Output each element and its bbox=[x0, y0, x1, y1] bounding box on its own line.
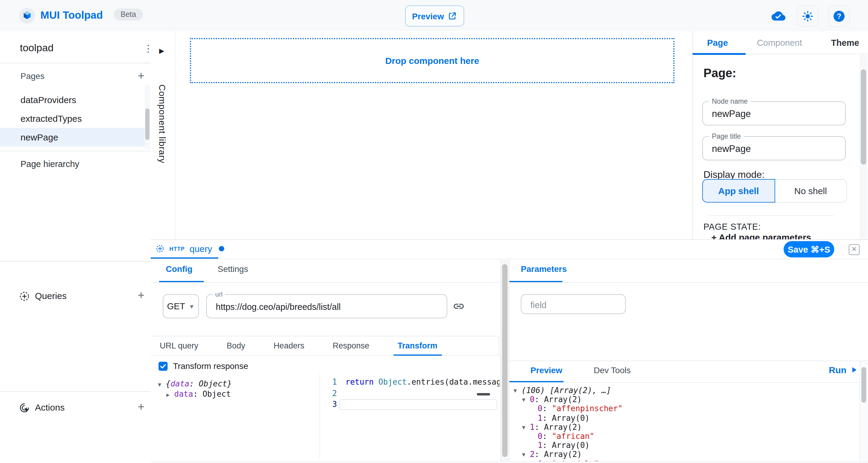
tab-theme[interactable]: Theme bbox=[831, 38, 859, 47]
method-value: GET bbox=[167, 302, 185, 311]
triangle-down-icon[interactable]: ▼ bbox=[158, 380, 166, 390]
mui-logo-icon bbox=[19, 7, 36, 24]
url-input[interactable] bbox=[215, 295, 443, 319]
tree-row[interactable]: 0: "african" bbox=[509, 432, 860, 441]
drop-zone-hint: Drop component here bbox=[385, 56, 479, 66]
drop-zone[interactable]: Drop component here bbox=[190, 38, 675, 83]
transform-response-label: Transform response bbox=[173, 361, 248, 371]
tree-row[interactable]: 0: "affenpinscher" bbox=[509, 404, 860, 413]
tree-row[interactable]: ▼2: Array(2) bbox=[509, 450, 860, 459]
display-mode-no-shell[interactable]: No shell bbox=[775, 179, 847, 203]
tree-row[interactable]: ▼1: Array(2) bbox=[509, 423, 860, 432]
result-tree: ▼(106) [Array(2), …] ▼0: Array(2) 0: "af… bbox=[509, 386, 860, 463]
bottom-edge bbox=[151, 461, 868, 463]
preview-button[interactable]: Preview bbox=[405, 5, 464, 27]
node-name-input[interactable] bbox=[711, 102, 834, 126]
page-heading: Page: bbox=[704, 66, 736, 80]
current-line-highlight bbox=[339, 399, 497, 410]
sidebar-scrollbar-thumb[interactable] bbox=[145, 109, 150, 140]
project-name: toolpad bbox=[20, 42, 54, 54]
external-link-icon bbox=[448, 11, 457, 21]
tab-headers[interactable]: Headers bbox=[274, 336, 304, 355]
checked-checkbox[interactable] bbox=[158, 362, 167, 370]
triangle-down-icon[interactable]: ▼ bbox=[522, 423, 530, 432]
triangle-right-icon[interactable]: ▶ bbox=[166, 390, 174, 400]
triangle-down-icon[interactable]: ▼ bbox=[522, 451, 530, 460]
inspector-scrollbar-thumb[interactable] bbox=[861, 69, 866, 164]
tab-url-query[interactable]: URL query bbox=[160, 336, 198, 355]
actions-icon bbox=[19, 402, 30, 413]
component-library-label: Component library bbox=[157, 84, 167, 163]
url-field[interactable]: url bbox=[206, 294, 447, 318]
method-select[interactable]: GET ▼ bbox=[163, 294, 199, 318]
tab-parameters[interactable]: Parameters bbox=[521, 264, 567, 274]
run-button[interactable]: Run bbox=[829, 365, 858, 375]
page-state-label: PAGE STATE: bbox=[704, 222, 761, 232]
page-title-field[interactable]: Page title bbox=[702, 136, 846, 160]
app-header: MUI Toolpad Beta Preview bbox=[0, 0, 868, 32]
tree-row[interactable]: 1: Array(0) bbox=[509, 441, 860, 450]
tab-page[interactable]: Page bbox=[707, 38, 728, 47]
expand-arrow-icon[interactable]: ▶ bbox=[159, 47, 164, 55]
tree-row[interactable]: ▼(106) [Array(2), …] bbox=[509, 386, 860, 395]
transform-response-row: Transform response bbox=[158, 361, 248, 371]
help-button[interactable]: ? bbox=[828, 5, 850, 27]
app-title: MUI Toolpad bbox=[40, 9, 103, 22]
panel-scrollbar[interactable] bbox=[500, 259, 509, 463]
triangle-down-icon[interactable]: ▼ bbox=[522, 396, 530, 404]
add-action-button[interactable]: + bbox=[135, 401, 147, 413]
query-name-label: query bbox=[190, 244, 212, 254]
scope-tree: ▼{data: Object} ▶data: Object bbox=[158, 379, 232, 399]
result-scrollbar[interactable] bbox=[860, 361, 868, 463]
query-protocol-label: HTTP bbox=[169, 246, 185, 252]
page-title-input[interactable] bbox=[711, 137, 834, 161]
scope-tree-child[interactable]: ▶data: Object bbox=[158, 389, 232, 399]
actions-label: Actions bbox=[35, 402, 64, 412]
preview-button-label: Preview bbox=[412, 11, 444, 21]
tab-dev-tools[interactable]: Dev Tools bbox=[594, 365, 630, 375]
tab-body[interactable]: Body bbox=[227, 336, 245, 355]
page-hierarchy-label[interactable]: Page hierarchy bbox=[21, 159, 79, 169]
tab-config[interactable]: Config bbox=[166, 264, 193, 274]
node-name-field[interactable]: Node name bbox=[702, 101, 846, 125]
parameter-field[interactable] bbox=[521, 294, 626, 314]
active-tab-indicator bbox=[692, 53, 746, 55]
beta-badge: Beta bbox=[114, 8, 143, 21]
tab-preview[interactable]: Preview bbox=[530, 365, 562, 375]
scope-tree-root[interactable]: ▼{data: Object} bbox=[158, 379, 232, 389]
line-number: 1 bbox=[320, 377, 337, 388]
display-mode-app-shell[interactable]: App shell bbox=[702, 179, 775, 203]
tab-transform[interactable]: Transform bbox=[398, 336, 437, 355]
kebab-menu-icon[interactable]: ⋮ bbox=[144, 43, 151, 56]
add-query-button[interactable]: + bbox=[135, 289, 147, 302]
tree-row[interactable]: 1: Array(0) bbox=[509, 413, 860, 422]
sidebar-item-dataproviders[interactable]: dataProviders bbox=[0, 90, 145, 109]
close-icon[interactable]: ✕ bbox=[849, 244, 860, 255]
inspector-tabbar: Page Component Theme bbox=[692, 31, 868, 54]
add-binding-icon[interactable] bbox=[453, 300, 465, 312]
tab-settings[interactable]: Settings bbox=[218, 264, 248, 274]
app-window: MUI Toolpad Beta Preview bbox=[0, 0, 868, 463]
parameter-input[interactable] bbox=[529, 295, 619, 315]
editor-scrollbar-thumb[interactable] bbox=[477, 393, 490, 396]
panel-scrollbar-thumb[interactable] bbox=[502, 264, 507, 457]
tree-row[interactable]: ▼0: Array(2) bbox=[509, 395, 860, 404]
triangle-down-icon[interactable]: ▼ bbox=[514, 387, 521, 396]
save-button[interactable]: Save ⌘+S bbox=[784, 241, 834, 257]
inspector-scrollbar[interactable] bbox=[860, 55, 867, 239]
sidebar-scrollbar[interactable] bbox=[145, 85, 150, 149]
theme-toggle-button[interactable] bbox=[797, 5, 818, 27]
tab-component[interactable]: Component bbox=[757, 38, 802, 47]
svg-text:?: ? bbox=[837, 12, 841, 20]
sidebar-item-extractedtypes[interactable]: extractedTypes bbox=[0, 109, 145, 128]
sun-icon bbox=[802, 10, 814, 22]
cloud-done-icon[interactable] bbox=[772, 9, 785, 23]
code-editor[interactable]: 1 return Object.entries(data.messag 2 3 bbox=[319, 374, 500, 459]
queries-label: Queries bbox=[35, 290, 67, 301]
result-scrollbar-thumb[interactable] bbox=[861, 367, 866, 403]
sidebar-item-newpage[interactable]: newPage bbox=[0, 128, 145, 147]
tab-response[interactable]: Response bbox=[333, 336, 370, 355]
pages-section-label: Pages bbox=[21, 71, 44, 81]
add-page-button[interactable]: + bbox=[135, 70, 147, 82]
query-tab[interactable]: HTTP query bbox=[151, 240, 224, 257]
